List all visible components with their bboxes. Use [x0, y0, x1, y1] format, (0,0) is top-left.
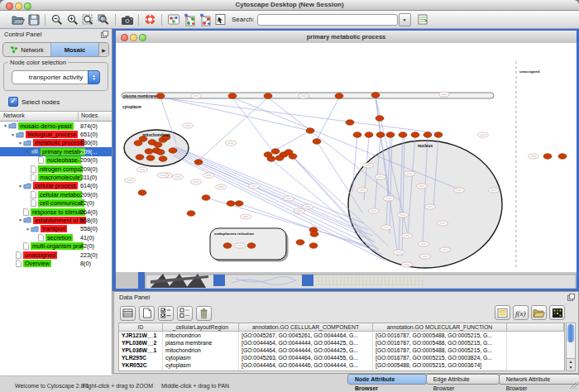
- tree-column-network[interactable]: Network: [0, 112, 79, 121]
- network-node[interactable]: [399, 132, 407, 138]
- select-nodes-checkbox[interactable]: ✓: [8, 97, 18, 107]
- snapshot-button[interactable]: [119, 12, 135, 27]
- table-cell[interactable]: cytoplasm: [163, 361, 239, 369]
- tree-row[interactable]: multi-organism pro42(0): [0, 241, 112, 250]
- table-cell[interactable]: [GO:0044464, GO:0044444, GO:0044425, G..…: [239, 347, 373, 354]
- network-window-titlebar[interactable]: primary metabolic process: [116, 31, 577, 44]
- network-node[interactable]: [543, 154, 552, 160]
- table-cell[interactable]: plasma membrane: [163, 339, 239, 347]
- table-cell[interactable]: [507, 339, 564, 347]
- tree-row[interactable]: secretion41(0): [0, 233, 112, 241]
- unselect-attributes-button[interactable]: [177, 306, 193, 321]
- network-node[interactable]: [194, 160, 203, 165]
- table-scrollbar[interactable]: ▲▼: [566, 323, 576, 371]
- table-cell[interactable]: [GO:0016787, GO:0005215, GO:0003824, G..…: [373, 354, 507, 361]
- network-node[interactable]: [223, 243, 232, 249]
- table-cell[interactable]: [GO:0045267, GO:0045261, GO:0044464, G..…: [239, 332, 373, 339]
- minimize-view-button[interactable]: [130, 34, 137, 41]
- network-node[interactable]: [296, 240, 304, 246]
- table-cell[interactable]: [GO:0016787, GO:0005488, GO:0005215, G..…: [373, 369, 507, 371]
- network-node[interactable]: [371, 93, 380, 98]
- tab-mosaic[interactable]: Mosaic: [50, 43, 98, 56]
- attribute-matrix-button[interactable]: [549, 305, 565, 320]
- network-node[interactable]: [310, 232, 318, 237]
- table-row[interactable]: YPL036W__1mitochondrion[GO:0044464, GO:0…: [119, 347, 564, 354]
- network-node[interactable]: [159, 156, 167, 162]
- tree-row[interactable]: ▼mosaic-demo-yeast874(0): [0, 122, 112, 130]
- attribute-panel-button[interactable]: [495, 305, 510, 320]
- zoom-in-button[interactable]: [65, 12, 80, 27]
- scrollbar-thumb[interactable]: [567, 324, 574, 342]
- table-cell[interactable]: [507, 347, 564, 354]
- column-header-cellular-component[interactable]: annotation.GO CELLULAR_COMPONENT: [239, 323, 373, 331]
- search-options-dropdown[interactable]: ▼: [399, 13, 411, 26]
- disclosure-triangle[interactable]: ▼: [25, 149, 31, 154]
- help-button[interactable]: [142, 12, 158, 27]
- search-config-button[interactable]: [415, 12, 431, 27]
- table-cell[interactable]: YDR039C__1: [119, 369, 163, 371]
- network-node[interactable]: [346, 120, 354, 126]
- layout-button[interactable]: [165, 12, 181, 27]
- network-node[interactable]: [187, 211, 195, 217]
- table-cell[interactable]: [507, 354, 564, 361]
- table-cell[interactable]: [GO:0005488, GO:0005215, GO:0003674]: [373, 361, 507, 369]
- table-cell[interactable]: [507, 332, 564, 339]
- table-cell[interactable]: mitochondrion: [163, 347, 239, 354]
- tree-row[interactable]: ▼primary metabo209(...: [0, 147, 112, 155]
- table-cell[interactable]: cytoplasm: [163, 354, 239, 361]
- delete-attribute-button[interactable]: [196, 306, 212, 321]
- network-node[interactable]: [169, 148, 177, 154]
- network-node[interactable]: [156, 93, 165, 99]
- network-node[interactable]: [386, 132, 395, 138]
- save-session-button[interactable]: [26, 12, 41, 27]
- new-attribute-button[interactable]: [139, 306, 155, 321]
- network-node[interactable]: [376, 116, 384, 122]
- network-node[interactable]: [353, 132, 361, 138]
- zoom-selected-button[interactable]: [96, 12, 112, 27]
- table-cell[interactable]: mitochondrion: [163, 332, 239, 339]
- disclosure-triangle[interactable]: ▼: [25, 227, 31, 232]
- node-color-select[interactable]: transporter activity ▲▼: [12, 70, 100, 84]
- network-node[interactable]: [146, 155, 155, 161]
- network-node[interactable]: [335, 93, 343, 99]
- network-canvas[interactable]: plasma membranecytoplasmmitochondrionnuc…: [116, 43, 577, 289]
- network-node[interactable]: [247, 243, 256, 249]
- table-cell[interactable]: mitochondrion: [163, 369, 239, 371]
- tree-row[interactable]: Overview8(0): [0, 259, 112, 267]
- network-node[interactable]: [267, 156, 275, 162]
- formula-builder-button[interactable]: f(x): [513, 305, 529, 320]
- select-attributes-button[interactable]: [158, 306, 174, 321]
- table-cell[interactable]: [GO:0016787, GO:0005488, GO:0005215, G..…: [373, 339, 507, 347]
- network-node[interactable]: [138, 190, 146, 196]
- disclosure-triangle[interactable]: ▼: [2, 123, 8, 128]
- import-network-button[interactable]: [181, 12, 197, 27]
- close-window-button[interactable]: [6, 2, 13, 10]
- zoom-view-button[interactable]: [139, 34, 146, 41]
- network-node[interactable]: [136, 155, 144, 160]
- tree-row[interactable]: cell communicat22(0): [0, 199, 112, 208]
- network-node[interactable]: [309, 243, 318, 249]
- import-table-button[interactable]: [197, 12, 213, 27]
- table-cell[interactable]: [GO:0044464, GO:0044446, GO:0044444, G..…: [239, 361, 373, 369]
- tree-row[interactable]: ▼transport558(0): [0, 225, 112, 233]
- canvas-background[interactable]: [116, 43, 577, 272]
- tree-row[interactable]: response to stimulu264(0): [0, 208, 112, 216]
- network-node[interactable]: [227, 201, 235, 207]
- network-node[interactable]: [289, 154, 297, 160]
- minimize-window-button[interactable]: [15, 2, 22, 10]
- table-cell[interactable]: [507, 361, 564, 369]
- tree-row[interactable]: ▼cellular process614(0): [0, 182, 112, 190]
- table-cell[interactable]: [GO:0044464, GO:0044444, GO:0044425, G..…: [239, 369, 373, 371]
- tree-row[interactable]: macromolecule311(0): [0, 173, 112, 181]
- table-row[interactable]: YDR039C__1mitochondrion[GO:0044464, GO:0…: [119, 369, 564, 371]
- network-node[interactable]: [154, 142, 162, 148]
- table-cell[interactable]: YJR121W__1: [119, 332, 163, 339]
- network-node[interactable]: [271, 149, 280, 155]
- tab-network[interactable]: Network: [3, 43, 50, 56]
- column-header-id[interactable]: ID: [119, 323, 163, 331]
- table-row[interactable]: YJR121W__1mitochondrion[GO:0045267, GO:0…: [119, 332, 564, 339]
- disclosure-triangle[interactable]: ▼: [17, 141, 23, 146]
- tree-row[interactable]: ▼establishment of lo558(0): [0, 216, 112, 224]
- attribute-grid-button[interactable]: [120, 306, 136, 321]
- table-cell[interactable]: [GO:0016787, GO:0005488, GO:0005215, G..…: [373, 347, 507, 354]
